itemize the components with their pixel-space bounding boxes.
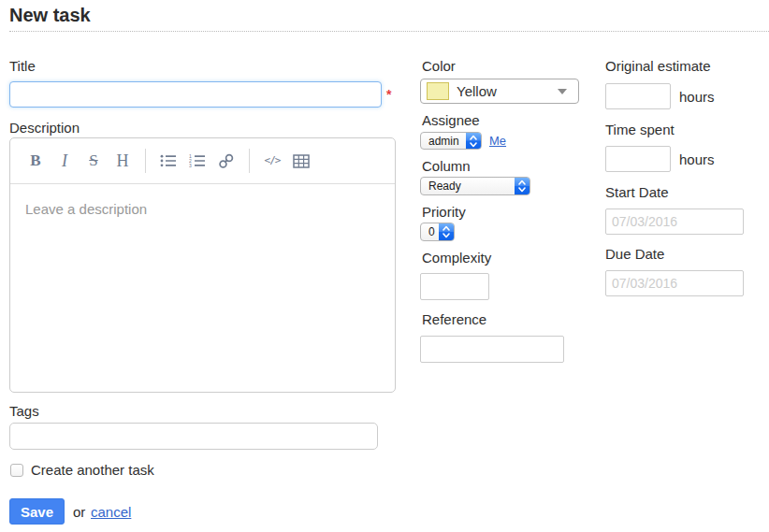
bold-icon[interactable]: B <box>26 151 45 170</box>
original-estimate-label: Original estimate <box>605 58 711 74</box>
due-date-input[interactable] <box>605 270 744 296</box>
italic-icon[interactable]: I <box>55 151 74 170</box>
title-label: Title <box>9 58 36 74</box>
select-stepper-icon <box>466 133 481 149</box>
cancel-link[interactable]: cancel <box>91 504 131 520</box>
column-selected-value: Ready <box>421 180 530 193</box>
reference-label: Reference <box>422 311 486 327</box>
header-divider <box>9 31 769 32</box>
table-icon[interactable] <box>292 154 311 168</box>
code-icon[interactable]: </> <box>263 151 282 170</box>
assignee-select[interactable]: admin <box>420 132 482 150</box>
time-spent-label: Time spent <box>605 122 675 137</box>
time-spent-unit: hours <box>679 151 715 167</box>
description-textarea[interactable]: Leave a description <box>10 184 395 395</box>
toolbar-separator <box>249 149 250 173</box>
create-another-checkbox[interactable] <box>10 464 23 477</box>
column-select[interactable]: Ready <box>420 177 530 195</box>
toolbar-separator <box>145 149 146 173</box>
select-stepper-icon <box>515 178 530 194</box>
reference-input[interactable] <box>420 336 564 363</box>
color-label: Color <box>422 58 456 74</box>
original-estimate-input[interactable] <box>605 83 671 109</box>
description-editor: B I S H 1 2 3 <box>9 137 396 393</box>
chevron-down-icon <box>558 89 567 94</box>
start-date-label: Start Date <box>605 184 669 200</box>
complexity-input[interactable] <box>420 273 489 300</box>
tags-input[interactable] <box>9 423 378 450</box>
strikethrough-icon[interactable]: S <box>84 151 103 170</box>
description-placeholder: Leave a description <box>25 201 147 217</box>
start-date-input[interactable] <box>605 208 744 235</box>
heading-icon[interactable]: H <box>113 151 132 170</box>
create-another-label: Create another task <box>31 462 154 478</box>
complexity-label: Complexity <box>422 250 491 266</box>
color-dropdown[interactable]: Yellow <box>420 79 579 104</box>
select-stepper-icon <box>439 223 454 240</box>
editor-toolbar: B I S H 1 2 3 <box>10 138 395 184</box>
save-button[interactable]: Save <box>9 498 65 525</box>
assignee-label: Assignee <box>422 112 480 128</box>
page-title: New task <box>9 5 91 26</box>
priority-label: Priority <box>422 204 466 220</box>
ordered-list-icon[interactable]: 1 2 3 <box>188 153 207 168</box>
time-spent-input[interactable] <box>605 146 671 172</box>
original-estimate-unit: hours <box>679 89 715 105</box>
tags-label: Tags <box>9 403 39 419</box>
unordered-list-icon[interactable] <box>159 153 178 168</box>
required-asterisk: * <box>386 87 391 102</box>
priority-select[interactable]: 0 <box>420 223 455 241</box>
svg-text:3: 3 <box>189 163 192 168</box>
link-icon[interactable] <box>217 153 236 169</box>
assign-me-link[interactable]: Me <box>489 134 506 148</box>
color-swatch-yellow <box>427 82 449 100</box>
title-input[interactable] <box>9 81 382 108</box>
or-text: or <box>73 504 85 520</box>
due-date-label: Due Date <box>605 246 664 262</box>
column-label: Column <box>422 158 471 174</box>
description-label: Description <box>9 120 80 136</box>
color-selected-value: Yellow <box>457 83 558 99</box>
